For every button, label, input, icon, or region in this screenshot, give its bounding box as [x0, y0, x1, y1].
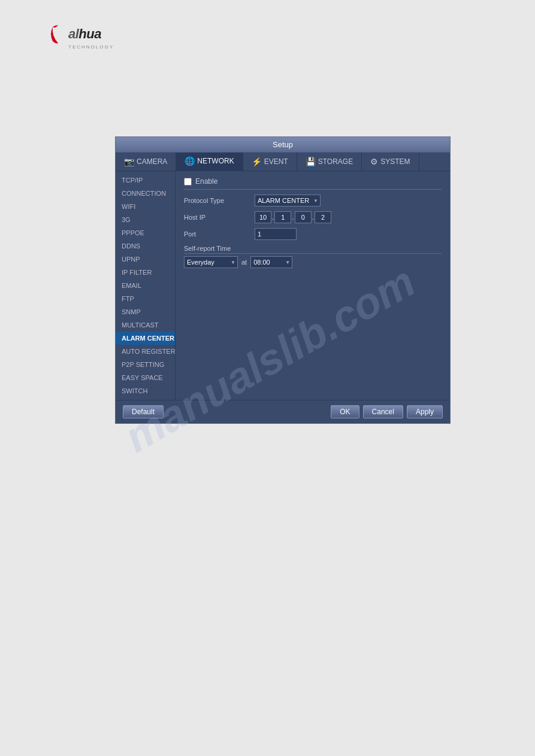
ok-button[interactable]: OK [331, 405, 359, 418]
sidebar-item-switch[interactable]: SWITCH [116, 384, 175, 397]
sidebar-item-autoregister[interactable]: AUTO REGISTER [116, 345, 175, 358]
host-ip-label: Host IP [184, 214, 250, 221]
sidebar-item-p2psetting[interactable]: P2P SETTING [116, 358, 175, 371]
sidebar-item-multicast[interactable]: MULTICAST [116, 318, 175, 332]
tab-system-label: SYSTEM [380, 157, 410, 166]
main-panel: Enable Protocol Type ALARM CENTER Host I… [176, 171, 450, 400]
time-select-wrapper: 08:00 [250, 256, 292, 268]
cancel-button[interactable]: Cancel [363, 405, 403, 418]
logo-text: alhua [68, 26, 101, 42]
apply-button[interactable]: Apply [407, 405, 443, 418]
host-ip-row: Host IP . . . [184, 211, 442, 223]
tab-network-label: NETWORK [197, 157, 234, 165]
protocol-type-select[interactable]: ALARM CENTER [255, 195, 321, 207]
sidebar-item-pppoe[interactable]: PPPOE [116, 226, 175, 239]
enable-label: Enable [195, 177, 217, 186]
system-tab-icon: ⚙ [370, 157, 378, 166]
sidebar-item-ftp[interactable]: FTP [116, 292, 175, 305]
schedule-select[interactable]: Everyday [184, 256, 238, 268]
host-ip-fields: . . . [255, 211, 331, 223]
tab-bar: 📷 CAMERA 🌐 NETWORK ⚡ EVENT 💾 STORAGE ⚙ S… [116, 153, 450, 171]
enable-row: Enable [184, 177, 442, 190]
schedule-select-wrapper: Everyday [184, 256, 238, 268]
sidebar-item-3g[interactable]: 3G [116, 213, 175, 226]
enable-checkbox[interactable] [184, 178, 192, 186]
tab-camera-label: CAMERA [137, 157, 167, 166]
at-label: at [241, 259, 247, 266]
sidebar-item-upnp[interactable]: UPNP [116, 253, 175, 266]
sidebar-item-snmp[interactable]: SNMP [116, 305, 175, 318]
sidebar-item-ipfilter[interactable]: IP FILTER [116, 266, 175, 279]
ip-octet-1[interactable] [255, 211, 271, 223]
sidebar-item-wifi[interactable]: WIFI [116, 200, 175, 213]
logo-icon [48, 24, 68, 44]
sidebar-item-ddns[interactable]: DDNS [116, 239, 175, 253]
port-row: Port [184, 228, 442, 240]
content-area: TCP/IP CONNECTION WIFI 3G PPPOE DDNS UPN… [116, 171, 450, 400]
port-input[interactable] [255, 228, 297, 240]
tab-system[interactable]: ⚙ SYSTEM [362, 153, 419, 171]
storage-tab-icon: 💾 [306, 157, 316, 166]
tab-storage[interactable]: 💾 STORAGE [297, 153, 362, 171]
sidebar-item-tcpip[interactable]: TCP/IP [116, 174, 175, 187]
alhua-logo: alhua [48, 24, 114, 44]
tab-camera[interactable]: 📷 CAMERA [116, 153, 176, 171]
self-report-label: Self-report Time [184, 245, 442, 254]
time-select[interactable]: 08:00 [250, 256, 292, 268]
self-report-row: Self-report Time Everyday at 08:00 [184, 245, 442, 268]
sidebar-item-email[interactable]: EMAIL [116, 279, 175, 292]
sidebar-item-alarmcenter[interactable]: ALARM CENTER [116, 332, 175, 345]
ip-octet-2[interactable] [274, 211, 291, 223]
ip-octet-4[interactable] [315, 211, 331, 223]
default-button[interactable]: Default [123, 405, 164, 418]
tab-network[interactable]: 🌐 NETWORK [176, 153, 243, 171]
event-tab-icon: ⚡ [252, 157, 262, 166]
protocol-type-select-wrapper: ALARM CENTER [255, 195, 321, 207]
tab-event[interactable]: ⚡ EVENT [243, 153, 297, 171]
self-report-controls: Everyday at 08:00 [184, 256, 442, 268]
network-tab-icon: 🌐 [185, 156, 195, 166]
camera-tab-icon: 📷 [124, 157, 134, 166]
port-label: Port [184, 230, 250, 238]
tab-storage-label: STORAGE [318, 157, 353, 166]
dialog-title: Setup [116, 137, 450, 153]
ip-octet-3[interactable] [295, 211, 312, 223]
bottom-bar: Default OK Cancel Apply [116, 400, 450, 423]
sidebar-item-connection[interactable]: CONNECTION [116, 187, 175, 200]
logo-technology: TECHNOLOGY [68, 44, 114, 50]
sidebar-item-easyspace[interactable]: EASY SPACE [116, 371, 175, 384]
protocol-type-row: Protocol Type ALARM CENTER [184, 195, 442, 207]
tab-event-label: EVENT [264, 157, 288, 166]
sidebar: TCP/IP CONNECTION WIFI 3G PPPOE DDNS UPN… [116, 171, 176, 400]
logo-area: alhua TECHNOLOGY [48, 24, 114, 50]
setup-dialog: Setup 📷 CAMERA 🌐 NETWORK ⚡ EVENT 💾 STORA… [115, 136, 451, 424]
protocol-type-label: Protocol Type [184, 197, 250, 204]
action-buttons: OK Cancel Apply [331, 405, 443, 418]
